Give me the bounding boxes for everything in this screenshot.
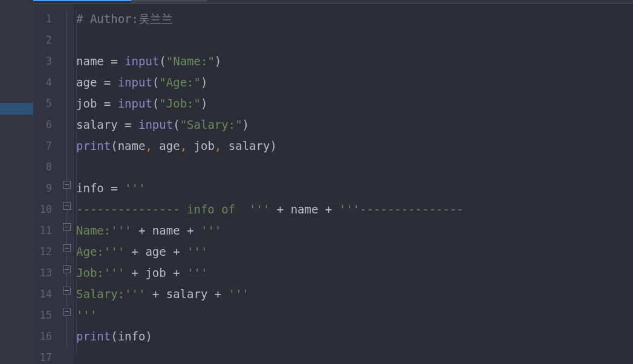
line-number: 3 — [33, 51, 52, 72]
paren: ( — [152, 76, 159, 89]
comma: , — [145, 139, 152, 152]
fold-marker-icon[interactable] — [63, 244, 71, 252]
operator: + — [166, 266, 187, 279]
code-line-4[interactable]: age = input("Age:") — [76, 72, 633, 93]
line-number: 4 — [33, 72, 52, 93]
code-line-9[interactable]: info = ''' — [76, 178, 633, 199]
line-number: 11 — [33, 220, 52, 241]
string: Salary:''' — [76, 287, 145, 301]
argument: salary — [229, 139, 270, 152]
argument: name — [118, 139, 146, 152]
string: ''' — [125, 181, 145, 195]
operator: = — [104, 54, 125, 68]
paren: ) — [201, 97, 207, 110]
line-number: 15 — [33, 305, 52, 326]
fold-marker-icon[interactable] — [63, 181, 71, 189]
operator: + — [207, 287, 228, 301]
argument: age — [159, 139, 180, 152]
paren: ) — [242, 118, 249, 131]
code-line-17[interactable] — [76, 347, 633, 364]
line-number: 17 — [33, 347, 52, 364]
variable: name — [291, 203, 319, 216]
variable: age — [76, 76, 97, 89]
variable: salary — [76, 118, 118, 131]
code-line-15[interactable]: ''' — [76, 305, 633, 326]
code-content[interactable]: # Author:吴兰兰 name = input("Name:") age =… — [74, 4, 633, 364]
project-panel — [0, 0, 33, 364]
code-line-1[interactable]: # Author:吴兰兰 — [76, 8, 633, 30]
line-number: 16 — [33, 326, 52, 347]
code-line-11[interactable]: Name:''' + name + ''' — [76, 220, 633, 241]
code-line-6[interactable]: salary = input("Salary:") — [76, 114, 633, 135]
code-line-14[interactable]: Salary:''' + salary + ''' — [76, 284, 633, 305]
string: ''' — [187, 266, 207, 279]
line-numbers-gutter[interactable]: 1 2 3 4 5 6 7 8 9 10 11 12 13 14 15 16 1… — [33, 4, 60, 364]
builtin-function: input — [118, 97, 152, 110]
operator: + — [125, 266, 145, 279]
space — [221, 139, 228, 152]
operator: + — [132, 224, 152, 237]
line-number: 2 — [33, 30, 52, 51]
operator: = — [118, 118, 138, 131]
line-number: 8 — [33, 157, 52, 178]
paren: ( — [111, 139, 117, 152]
builtin-function: input — [125, 54, 159, 68]
line-number: 14 — [33, 284, 52, 305]
variable: job — [76, 97, 97, 110]
space — [152, 139, 159, 152]
argument: job — [194, 139, 215, 152]
operator: = — [97, 97, 117, 110]
argument: info — [118, 330, 146, 343]
string: ''' — [201, 224, 221, 237]
code-line-10[interactable]: --------------- info of ''' + name + '''… — [76, 199, 633, 220]
string: "Job:" — [159, 97, 201, 110]
comma: , — [215, 139, 221, 152]
code-line-3[interactable]: name = input("Name:") — [76, 51, 633, 72]
operator: + — [270, 203, 290, 216]
string: "Salary:" — [180, 118, 242, 131]
paren: ) — [201, 76, 207, 89]
fold-marker-icon[interactable] — [63, 287, 71, 294]
string: --------------- info of ''' — [76, 203, 270, 216]
line-number: 12 — [33, 241, 52, 262]
fold-marker-icon[interactable] — [63, 308, 71, 316]
string: ''' — [229, 287, 249, 301]
string: ''' — [76, 308, 97, 322]
builtin-function: print — [76, 139, 111, 152]
operator: + — [125, 245, 145, 258]
editor-area: 1 2 3 4 5 6 7 8 9 10 11 12 13 14 15 16 1… — [33, 4, 633, 364]
comment: # Author:吴兰兰 — [76, 12, 173, 25]
fold-marker-icon[interactable] — [63, 265, 71, 273]
operator: = — [97, 76, 117, 89]
string: '''--------------- — [339, 203, 464, 216]
string: ''' — [187, 245, 207, 258]
operator: = — [104, 181, 125, 195]
variable: age — [145, 245, 166, 258]
comma: , — [180, 139, 187, 152]
paren: ( — [173, 118, 180, 131]
indent-guide — [76, 10, 77, 356]
code-line-12[interactable]: Age:''' + age + ''' — [76, 241, 633, 262]
string: Job:''' — [76, 266, 125, 279]
fold-marker-icon[interactable] — [63, 202, 71, 210]
code-line-13[interactable]: Job:''' + job + ''' — [76, 262, 633, 284]
code-line-7[interactable]: print(name, age, job, salary) — [76, 135, 633, 157]
code-line-16[interactable]: print(info) — [76, 326, 633, 347]
code-line-5[interactable]: job = input("Job:") — [76, 93, 633, 114]
fold-marker-icon[interactable] — [63, 223, 71, 231]
string: "Age:" — [159, 76, 201, 89]
string: "Name:" — [166, 54, 215, 68]
line-number: 6 — [33, 114, 52, 135]
string: Name:''' — [76, 224, 132, 237]
string: Age:''' — [76, 245, 125, 258]
code-line-8[interactable] — [76, 157, 633, 178]
paren: ( — [152, 97, 159, 110]
space — [187, 139, 193, 152]
line-number: 1 — [33, 8, 52, 30]
project-selected-item[interactable] — [0, 103, 33, 115]
line-number: 7 — [33, 135, 52, 157]
line-number: 9 — [33, 178, 52, 199]
code-line-2[interactable] — [76, 30, 633, 51]
operator: + — [166, 245, 187, 258]
variable: name — [76, 54, 104, 68]
